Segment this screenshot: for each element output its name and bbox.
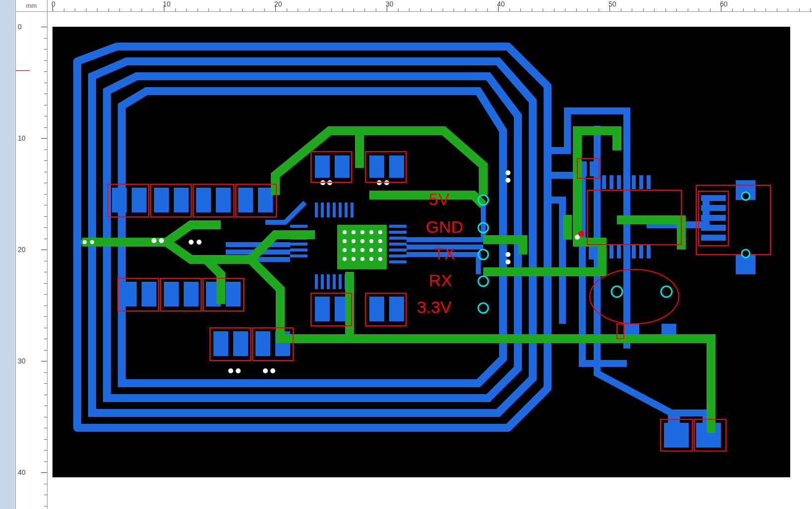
ruler-v-label: 0 [18, 23, 22, 31]
svg-rect-76 [389, 297, 404, 321]
svg-rect-69 [315, 155, 330, 178]
svg-point-111 [263, 368, 268, 373]
pcb-board[interactable]: 5V GND TX RX 3.3V [52, 27, 790, 477]
svg-rect-2 [315, 203, 318, 217]
svg-point-105 [152, 238, 156, 243]
svg-rect-64 [226, 282, 241, 306]
svg-point-149 [611, 286, 622, 297]
svg-rect-33 [632, 175, 636, 189]
svg-rect-15 [389, 260, 406, 263]
svg-rect-32 [624, 175, 628, 189]
svg-rect-30 [609, 175, 613, 189]
svg-point-109 [228, 368, 233, 373]
origin-marker [16, 70, 30, 71]
svg-point-108 [197, 240, 202, 245]
svg-rect-4 [327, 203, 330, 217]
svg-rect-28 [595, 175, 599, 189]
svg-point-106 [159, 238, 164, 243]
svg-point-91 [343, 248, 347, 252]
svg-rect-56 [216, 188, 231, 212]
svg-rect-53 [154, 188, 169, 212]
svg-point-147 [478, 276, 488, 286]
svg-rect-22 [290, 225, 307, 228]
svg-point-150 [661, 286, 672, 297]
svg-rect-62 [184, 282, 199, 306]
svg-rect-42 [639, 245, 643, 258]
svg-point-98 [360, 257, 364, 261]
editor-main: mm 0102030405060 010203040 [16, 0, 812, 509]
ruler-horizontal[interactable]: 0102030405060 [48, 0, 812, 12]
svg-point-143 [579, 231, 584, 236]
svg-rect-20 [339, 274, 342, 289]
svg-point-107 [189, 240, 194, 245]
svg-rect-41 [632, 245, 636, 258]
crystal-holes [611, 286, 672, 297]
ruler-v-label: 30 [18, 357, 26, 365]
pcb-canvas[interactable]: 5V GND TX RX 3.3V [48, 12, 812, 509]
svg-rect-51 [112, 188, 127, 212]
svg-rect-11 [389, 237, 406, 240]
svg-point-83 [360, 230, 364, 234]
svg-point-89 [369, 239, 373, 243]
svg-rect-66 [233, 331, 248, 356]
svg-point-96 [343, 257, 347, 261]
svg-rect-19 [333, 274, 336, 289]
svg-rect-48 [701, 235, 726, 241]
svg-rect-0 [664, 423, 689, 448]
svg-point-151 [742, 192, 750, 200]
svg-rect-31 [617, 175, 621, 189]
svg-rect-67 [255, 331, 270, 356]
svg-point-85 [378, 230, 382, 234]
svg-rect-45 [701, 205, 726, 211]
svg-rect-18 [327, 274, 330, 289]
svg-point-90 [378, 239, 382, 243]
svg-rect-3 [321, 203, 324, 217]
ruler-top-row: mm 0102030405060 [16, 0, 812, 12]
svg-rect-44 [701, 195, 726, 201]
ruler-v-label: 20 [18, 246, 26, 254]
svg-rect-8 [351, 203, 354, 217]
svg-rect-39 [617, 245, 621, 258]
svg-rect-16 [315, 274, 318, 289]
label-3v3: 3.3V [417, 298, 452, 316]
svg-rect-61 [164, 282, 179, 306]
svg-rect-14 [389, 254, 406, 257]
ruler-vertical[interactable]: 010203040 [16, 12, 48, 509]
svg-point-81 [343, 230, 347, 234]
svg-rect-72 [389, 155, 404, 178]
svg-rect-43 [647, 245, 651, 258]
svg-rect-71 [369, 155, 384, 178]
traces-blue-right [548, 111, 706, 448]
svg-point-110 [236, 368, 241, 373]
svg-point-120 [506, 259, 510, 264]
svg-point-118 [506, 178, 510, 183]
svg-point-87 [352, 239, 355, 243]
svg-rect-10 [389, 231, 406, 234]
svg-point-95 [378, 248, 382, 252]
svg-point-119 [506, 252, 510, 257]
svg-point-152 [742, 250, 750, 257]
svg-point-86 [343, 239, 347, 243]
svg-point-94 [369, 248, 373, 252]
svg-rect-17 [321, 274, 324, 289]
label-5v: 5V [429, 190, 450, 208]
svg-point-84 [369, 230, 373, 234]
svg-rect-27 [290, 254, 307, 257]
label-tx: TX [434, 244, 455, 263]
label-rx: RX [429, 271, 452, 290]
svg-point-93 [360, 248, 364, 252]
connector-holes [742, 192, 750, 257]
svg-point-88 [360, 239, 364, 243]
svg-rect-65 [213, 331, 228, 356]
pcb-svg[interactable]: 5V GND TX RX 3.3V [52, 27, 790, 477]
svg-rect-47 [701, 225, 726, 231]
svg-rect-59 [122, 282, 137, 306]
svg-rect-25 [290, 243, 307, 246]
svg-rect-5 [333, 203, 336, 217]
svg-rect-12 [389, 243, 406, 246]
svg-rect-78 [590, 161, 597, 176]
svg-point-112 [270, 368, 275, 373]
svg-point-117 [506, 170, 510, 175]
svg-point-99 [369, 257, 373, 261]
ruler-v-label: 10 [18, 134, 26, 142]
